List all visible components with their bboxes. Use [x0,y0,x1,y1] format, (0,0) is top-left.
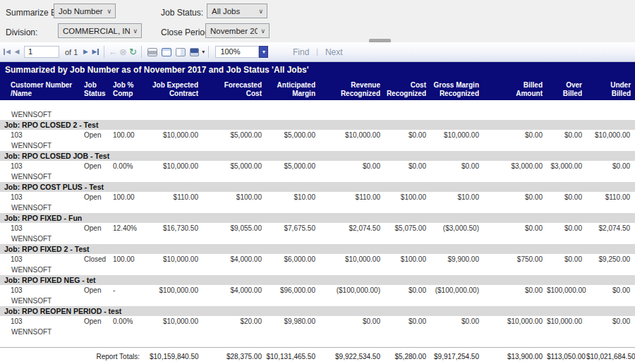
cell-customer-number: 103 [0,254,83,265]
cell-customer-number: 103 [0,161,83,171]
job-status-dropdown[interactable]: All Jobs ∨ [207,4,267,18]
filter-panel: Summarize By: Job Number ∨ Job Status: A… [0,0,635,43]
cell-job-pct: 100.00 [111,192,150,202]
stop-rendering-button[interactable]: ⊗ [118,46,128,59]
cell-job-status: Open [83,161,111,171]
cell-customer-number: 103 [0,285,83,296]
table-row: 103 Open 0.00% $10,000.00 $5,000.00 $5,0… [0,161,635,171]
col-header-under-billed: UnderBilled [586,78,635,100]
table-row: 103 Open 100.00 $110.00 $100.00 $10.00 $… [0,192,635,202]
job-group-header: Job: RPO CLOSED JOB - Test [0,151,635,161]
zoom-select[interactable]: 100% [215,46,259,58]
col-header-gross-margin-recognized: Gross MarginRecognized [430,78,483,100]
cell-job-status: Open [83,130,111,140]
cell-job-pct: - [111,285,150,296]
job-group-header: Job: RPO FIXED - Fun [0,213,635,223]
report-body: Summarized by Job Number as of November … [0,62,635,364]
job-group-header: Job: RPO CLOSED 2 - Test [0,120,635,130]
cell-job-pct: 12.40% [111,223,150,233]
page-count-label: of 1 [65,48,78,56]
toolbar-separator [104,46,104,58]
col-header-customer: Customer Number/Name [0,78,83,100]
refresh-button[interactable]: ↻ [128,46,138,59]
chevron-down-icon: ∨ [260,28,265,35]
export-dropdown-caret-icon: ▾ [202,49,205,55]
next-page-button[interactable]: ▶ [80,46,90,59]
page-number-input[interactable]: 1 [24,46,59,58]
back-to-parent-button[interactable]: ← [108,46,118,59]
chevron-down-icon: ∨ [107,8,111,15]
page-setup-icon[interactable] [176,48,186,56]
summarize-by-dropdown[interactable]: Job Number ∨ [54,4,116,18]
save-export-icon [190,48,199,56]
job-group-header: Job: RPO FIXED 2 - Test [0,244,635,254]
col-header-anticipated-margin: AnticipatedMargin [266,78,320,100]
customer-name-row: WENNSOFT [0,296,635,306]
col-header-revenue-recognized: RevenueRecognized [320,78,385,100]
toolbar-separator [208,46,209,58]
col-header-billed-amount: BilledAmount [483,78,547,100]
report-title: Summarized by Job Number as of November … [0,62,635,78]
col-header-job-expected-contract: Job ExpectedContract [150,78,202,100]
job-summary-table: Summarized by Job Number as of November … [0,62,635,364]
print-layout-icon[interactable] [162,48,171,56]
first-page-button[interactable]: ◀ [2,46,12,59]
table-row: 103 Open 0.00% $10,000.00 $20.00 $9,980.… [0,316,635,327]
close-period-dropdown[interactable]: November 2017 ∨ [205,23,270,38]
zoom-dropdown-button[interactable]: ▼ [259,46,268,58]
cell-job-status: Open [83,223,111,233]
chevron-down-icon: ▼ [261,49,266,54]
col-header-forecasted-cost: ForecastedCost [202,78,266,100]
job-group-header: Job: RPO REOPEN PERIOD - test [0,306,635,316]
previous-page-button[interactable]: ◀ [12,46,22,59]
cell-job-status: Open [83,285,111,296]
col-header-over-billed: OverBilled [547,78,586,100]
customer-name-row: WENNSOFT [0,327,635,337]
spacer-row [0,100,635,109]
job-group-header: Job: RPO COST PLUS - Test [0,182,635,192]
division-dropdown[interactable]: COMMERCIAL, INDUS ∨ [58,23,142,38]
customer-name-row: WENNSOFT [0,233,635,244]
spacer-row [0,337,635,348]
customer-name-row: WENNSOFT [0,202,635,213]
cell-customer-number: 103 [0,223,83,233]
cell-job-status: Closed [83,254,111,265]
report-toolbar: ◀ ◀ 1 of 1 ▶ ▶ ← ⊗ ↻ ▾ 100% ▼ Find | Nex… [0,42,635,62]
cell-job-pct: 100.00 [111,130,150,140]
job-group-header: Job: RPO FIXED NEG - tet [0,275,635,285]
column-header-row: Customer Number/Name JobStatus Job %Comp… [0,78,635,100]
report-title-band: Summarized by Job Number as of November … [0,62,635,78]
customer-name-row: WENNSOFT [0,265,635,275]
col-header-job-status: JobStatus [83,78,111,100]
job-status-label: Job Status: [161,8,203,18]
find-next-separator: | [316,48,318,56]
table-row: 103 Open - $100,000.00 $4,000.00 $96,000… [0,285,635,296]
chevron-down-icon: ∨ [258,8,263,15]
customer-name-row: WENNSOFT [0,140,635,151]
table-row: 103 Closed 100.00 $10,000.00 $4,000.00 $… [0,254,635,265]
cell-job-status: Open [83,316,111,327]
report-viewer-window: Summarize By: Job Number ∨ Job Status: A… [0,0,635,364]
chevron-down-icon: ∨ [133,28,138,35]
customer-name-row: WENNSOFT [0,109,635,120]
report-totals-row: Report Totals: $10,159,840.50 $28,375.00… [0,348,635,364]
find-next-button[interactable]: Next [325,47,343,57]
last-page-button[interactable]: ▶ [90,46,100,59]
table-row: 103 Open 12.40% $16,730.50 $9,055.00 $7,… [0,223,635,233]
cell-job-pct: 0.00% [111,161,150,171]
cell-customer-number: 103 [0,316,83,327]
find-button[interactable]: Find [293,47,309,57]
cell-customer-number: 103 [0,130,83,140]
cell-job-pct: 100.00 [111,254,150,265]
col-header-job-pct-comp: Job %Comp [111,78,150,100]
col-header-cost-recognized: CostRecognized [385,78,430,100]
export-button[interactable]: ▾ [188,46,205,59]
report-totals-label: Report Totals: [0,348,150,364]
customer-name-row: WENNSOFT [0,171,635,182]
division-label: Division: [6,28,37,37]
print-icon[interactable] [147,48,157,56]
table-row: 103 Open 100.00 $10,000.00 $5,000.00 $5,… [0,130,635,140]
cell-job-status: Open [83,192,111,202]
toolbar-separator [141,46,142,58]
cell-job-pct: 0.00% [111,316,150,327]
